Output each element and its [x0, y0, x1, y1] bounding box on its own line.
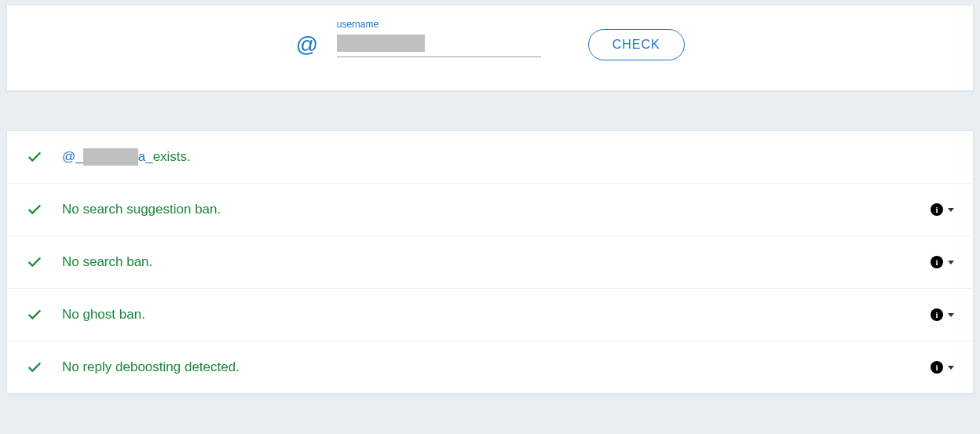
exists-text: @_ a_ exists.	[62, 148, 191, 166]
username-input[interactable]	[337, 33, 541, 57]
result-row: No ghost ban. i	[7, 289, 973, 341]
check-icon	[26, 306, 43, 323]
profile-link[interactable]: @_ a_	[62, 148, 153, 166]
result-text: No search suggestion ban.	[62, 202, 221, 217]
caret-down-icon[interactable]	[948, 313, 954, 317]
result-row-exists: @_ a_ exists.	[7, 131, 973, 184]
username-input-wrap: username	[337, 33, 541, 57]
results-card: @_ a_ exists. No search suggestion ban. …	[6, 130, 974, 394]
caret-down-icon[interactable]	[948, 261, 954, 264]
caret-down-icon[interactable]	[948, 366, 954, 370]
check-icon	[26, 201, 43, 218]
result-text: No ghost ban.	[62, 307, 145, 323]
redaction-bar	[83, 148, 138, 166]
username-label: username	[337, 19, 378, 30]
check-icon	[26, 148, 43, 166]
result-row: No search suggestion ban. i	[7, 184, 973, 236]
row-actions: i	[931, 203, 954, 216]
row-actions: i	[931, 308, 954, 321]
row-actions: i	[931, 361, 954, 374]
check-button[interactable]: CHECK	[588, 29, 685, 60]
result-row: No search ban. i	[7, 236, 973, 289]
info-icon[interactable]: i	[931, 203, 943, 216]
at-symbol: @	[295, 32, 317, 57]
info-icon[interactable]: i	[931, 256, 943, 268]
result-text: No reply deboosting detected.	[62, 359, 240, 375]
username-form-card: @ username CHECK	[6, 5, 974, 91]
row-actions: i	[931, 256, 954, 268]
check-icon	[26, 253, 43, 271]
handle-prefix: @_	[62, 149, 83, 165]
check-icon	[26, 359, 43, 376]
result-text: No search ban.	[62, 254, 152, 270]
result-row: No reply deboosting detected. i	[7, 341, 973, 393]
info-icon[interactable]: i	[931, 361, 943, 374]
handle-suffix: a_	[138, 149, 153, 165]
info-icon[interactable]: i	[931, 308, 943, 321]
caret-down-icon[interactable]	[948, 208, 954, 212]
exists-tail: exists.	[153, 149, 191, 165]
